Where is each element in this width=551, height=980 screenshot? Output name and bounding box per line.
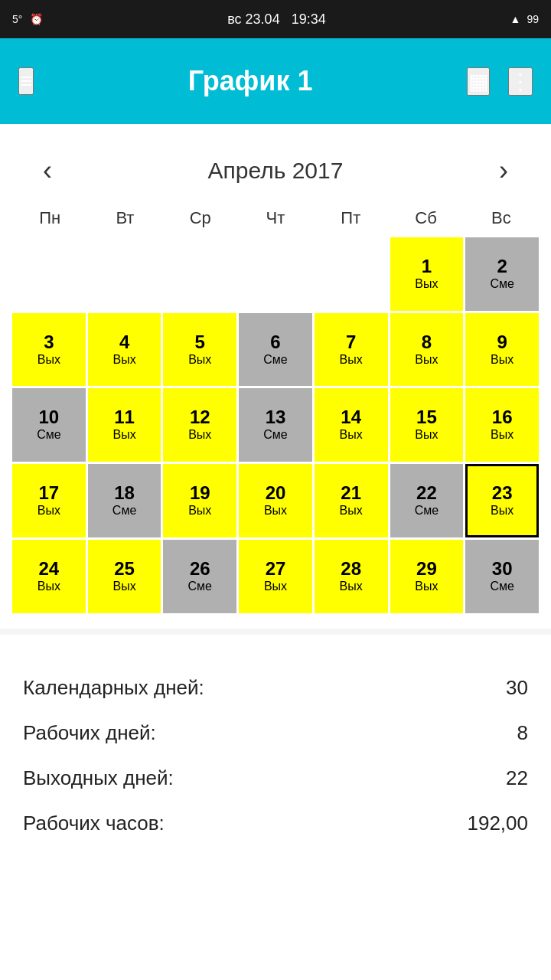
- calendar-cell-empty: [88, 237, 161, 311]
- date-display: вс 23.04: [227, 11, 279, 27]
- cell-label: Сме: [263, 353, 287, 367]
- cell-label: Вых: [491, 353, 514, 367]
- cell-label: Вых: [37, 504, 60, 518]
- calendar-cell-empty: [163, 237, 236, 311]
- calendar-cell-30[interactable]: 30Сме: [465, 540, 539, 613]
- status-left: 5° ⏰: [12, 13, 43, 25]
- cell-label: Сме: [263, 428, 287, 442]
- calendar-cell-28[interactable]: 28Вых: [315, 540, 388, 613]
- status-bar: 5° ⏰ вс 23.04 19:34 ▲ 99: [0, 0, 551, 38]
- cell-number: 19: [190, 484, 210, 502]
- calendar-cell-7[interactable]: 7Вых: [315, 313, 388, 387]
- next-month-button[interactable]: ›: [491, 155, 516, 187]
- cell-label: Вых: [264, 504, 287, 518]
- month-navigation: ‹ Апрель 2017 ›: [12, 139, 539, 202]
- day-header: Вс: [464, 202, 539, 234]
- menu-button[interactable]: ≡: [18, 67, 34, 95]
- stat-value: 30: [506, 676, 528, 700]
- calendar-cell-18[interactable]: 18Сме: [88, 464, 161, 537]
- cell-label: Вых: [415, 580, 438, 593]
- toolbar-actions: ▦ ⋮: [467, 67, 533, 96]
- cell-label: Вых: [415, 353, 438, 367]
- cell-label: Вых: [112, 428, 135, 442]
- calendar-cell-24[interactable]: 24Вых: [12, 540, 86, 613]
- cell-number: 9: [497, 333, 507, 351]
- cell-number: 11: [114, 408, 135, 426]
- calendar-cell-12[interactable]: 12Вых: [163, 388, 236, 462]
- calendar-cell-29[interactable]: 29Вых: [390, 540, 464, 613]
- calendar-cell-5[interactable]: 5Вых: [163, 313, 236, 387]
- calendar-cell-17[interactable]: 17Вых: [12, 464, 86, 537]
- day-header: Чт: [238, 202, 313, 234]
- calendar-cell-19[interactable]: 19Вых: [163, 464, 236, 537]
- month-title: Апрель 2017: [208, 158, 344, 184]
- cell-label: Вых: [188, 504, 211, 518]
- status-right: ▲ 99: [510, 13, 539, 25]
- calendar-cell-22[interactable]: 22Сме: [390, 464, 464, 537]
- cell-number: 17: [39, 484, 60, 502]
- prev-month-button[interactable]: ‹: [35, 155, 60, 187]
- calendar-cell-1[interactable]: 1Вых: [390, 237, 464, 311]
- cell-label: Сме: [490, 580, 514, 593]
- cell-number: 2: [497, 257, 507, 276]
- calendar-cell-11[interactable]: 11Вых: [88, 388, 161, 462]
- calendar-cell-9[interactable]: 9Вых: [465, 313, 539, 387]
- calendar-cell-13[interactable]: 13Сме: [239, 388, 312, 462]
- cell-number: 12: [190, 408, 210, 426]
- calendar-cell-27[interactable]: 27Вых: [239, 540, 312, 613]
- cell-number: 30: [492, 560, 513, 578]
- cell-number: 6: [270, 333, 280, 351]
- calendar-cell-3[interactable]: 3Вых: [12, 313, 86, 387]
- cell-number: 15: [416, 408, 437, 426]
- calendar-cell-6[interactable]: 6Сме: [239, 313, 312, 387]
- cell-label: Вых: [340, 580, 363, 593]
- cell-label: Сме: [188, 580, 212, 593]
- temperature: 5°: [12, 13, 22, 25]
- calendar-cell-20[interactable]: 20Вых: [239, 464, 312, 537]
- calendar-cell-26[interactable]: 26Сме: [163, 540, 236, 613]
- day-header: Сб: [388, 202, 463, 234]
- calendar-cell-8[interactable]: 8Вых: [390, 313, 464, 387]
- cell-label: Вых: [264, 580, 287, 593]
- calendar-cell-25[interactable]: 25Вых: [88, 540, 161, 613]
- cell-number: 18: [114, 484, 135, 502]
- stat-label: Выходных дней:: [23, 766, 174, 790]
- calendar-cell-10[interactable]: 10Сме: [12, 388, 86, 462]
- cell-label: Вых: [415, 428, 438, 442]
- hamburger-icon: ≡: [20, 69, 32, 93]
- cell-label: Вых: [188, 353, 211, 367]
- signal-icon: ▲: [510, 13, 521, 25]
- cell-number: 23: [492, 484, 513, 502]
- cell-number: 22: [416, 484, 437, 502]
- more-options-button[interactable]: ⋮: [508, 67, 533, 96]
- calendar-cell-14[interactable]: 14Вых: [315, 388, 388, 462]
- day-header: Пн: [12, 202, 87, 234]
- day-header: Ср: [163, 202, 238, 234]
- cell-label: Вых: [340, 353, 363, 367]
- calendar-cell-21[interactable]: 21Вых: [315, 464, 388, 537]
- cell-number: 1: [422, 257, 432, 276]
- day-header: Вт: [87, 202, 162, 234]
- cell-label: Сме: [415, 504, 439, 518]
- calendar-container: ‹ Апрель 2017 › ПнВтСрЧтПтСбВс 1Вых2Сме3…: [0, 124, 551, 629]
- cell-number: 16: [492, 408, 513, 426]
- calendar-cell-empty: [12, 237, 86, 311]
- cell-label: Вых: [188, 428, 211, 442]
- calendar-cell-2[interactable]: 2Сме: [465, 237, 539, 311]
- stat-label: Календарных дней:: [23, 676, 204, 700]
- cell-number: 29: [416, 560, 437, 578]
- calendar-cell-empty: [239, 237, 312, 311]
- stats-section: Календарных дней:30Рабочих дней:8Выходны…: [0, 635, 551, 869]
- calendar-cell-23[interactable]: 23Вых: [465, 464, 539, 537]
- cell-label: Вых: [112, 353, 135, 367]
- calendar-cell-15[interactable]: 15Вых: [390, 388, 464, 462]
- time-display: 19:34: [292, 11, 326, 27]
- cell-label: Вых: [37, 353, 60, 367]
- calendar-cell-4[interactable]: 4Вых: [88, 313, 161, 387]
- calendar-cell-16[interactable]: 16Вых: [465, 388, 539, 462]
- cell-number: 4: [119, 333, 129, 351]
- cell-label: Вых: [37, 580, 60, 593]
- cell-number: 7: [346, 333, 356, 351]
- status-center: вс 23.04 19:34: [227, 11, 325, 28]
- calendar-icon-button[interactable]: ▦: [467, 67, 490, 96]
